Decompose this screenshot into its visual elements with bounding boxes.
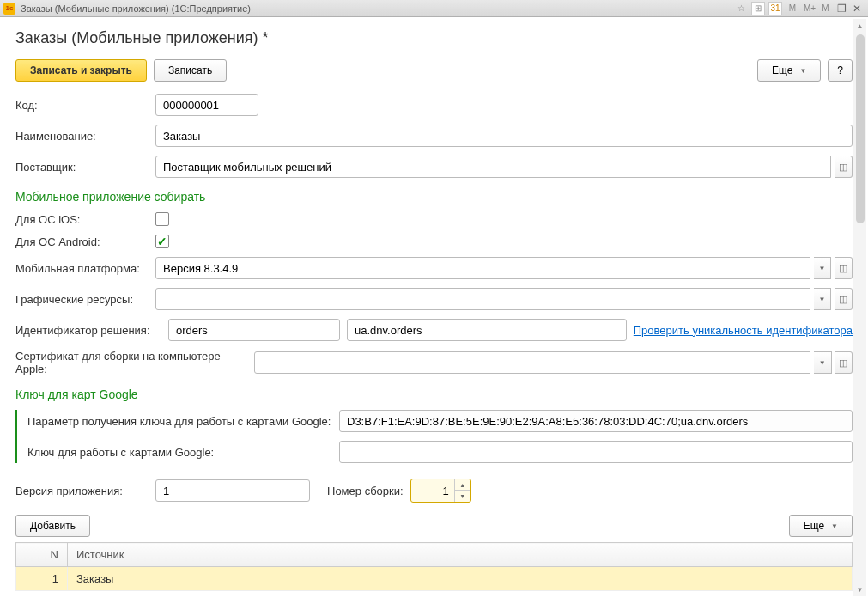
col-source[interactable]: Источник bbox=[68, 543, 853, 567]
google-key-label: Ключ для работы с картами Google: bbox=[27, 446, 332, 459]
platform-input[interactable] bbox=[155, 257, 810, 279]
calculator-icon[interactable]: ⊞ bbox=[751, 2, 765, 15]
scroll-down-icon[interactable]: ▼ bbox=[853, 583, 867, 596]
provider-label: Поставщик: bbox=[15, 161, 149, 174]
window-titlebar: 1c Заказы (Мобильные приложения) (1С:Пре… bbox=[0, 0, 868, 17]
graphics-open-icon[interactable] bbox=[835, 288, 853, 310]
app-version-input[interactable] bbox=[155, 479, 310, 502]
platform-label: Мобильная платформа: bbox=[15, 262, 149, 275]
graphics-input[interactable] bbox=[155, 288, 810, 310]
star-icon[interactable]: ☆ bbox=[734, 2, 748, 15]
id-short-input[interactable] bbox=[168, 319, 340, 341]
mem-mminus[interactable]: M- bbox=[820, 2, 834, 15]
cell-n: 1 bbox=[16, 567, 68, 591]
cert-open-icon[interactable] bbox=[835, 351, 853, 374]
ios-label: Для ОС iOS: bbox=[15, 213, 149, 226]
mem-mplus[interactable]: M+ bbox=[803, 2, 816, 15]
save-button[interactable]: Записать bbox=[154, 59, 227, 82]
name-input[interactable] bbox=[155, 125, 853, 147]
cell-source: Заказы bbox=[68, 567, 853, 591]
cert-label: Сертификат для сборки на компьютере Appl… bbox=[15, 350, 247, 375]
cert-dropdown-icon[interactable] bbox=[814, 351, 831, 374]
build-number-label: Номер сборки: bbox=[327, 485, 404, 497]
graphics-dropdown-icon[interactable] bbox=[814, 288, 832, 310]
code-input[interactable] bbox=[155, 94, 258, 116]
provider-open-icon[interactable] bbox=[835, 156, 853, 178]
id-label: Идентификатор решения: bbox=[15, 324, 161, 337]
app-logo: 1c bbox=[3, 3, 15, 15]
graphics-label: Графические ресурсы: bbox=[15, 293, 149, 306]
scroll-thumb[interactable] bbox=[856, 34, 865, 223]
platform-dropdown-icon[interactable] bbox=[814, 257, 832, 279]
mem-m[interactable]: M bbox=[786, 2, 799, 15]
google-key-input[interactable] bbox=[339, 441, 853, 463]
sources-table: N Источник 1 Заказы bbox=[15, 542, 853, 591]
provider-input[interactable] bbox=[155, 156, 831, 178]
more-button[interactable]: Еще bbox=[757, 59, 821, 82]
name-label: Наименование: bbox=[15, 130, 149, 143]
spinner-down-icon[interactable]: ▼ bbox=[455, 491, 470, 502]
save-close-button[interactable]: Записать и закрыть bbox=[15, 59, 147, 82]
scroll-up-icon[interactable]: ▲ bbox=[853, 19, 867, 33]
calendar-icon[interactable]: 31 bbox=[768, 2, 782, 15]
help-button[interactable]: ? bbox=[828, 59, 853, 82]
build-section-title: Мобильное приложение собирать bbox=[15, 190, 853, 204]
build-number-spinner[interactable]: ▲ ▼ bbox=[410, 479, 471, 503]
android-checkbox[interactable] bbox=[155, 235, 169, 248]
col-n[interactable]: N bbox=[16, 543, 68, 567]
platform-open-icon[interactable] bbox=[835, 257, 853, 279]
android-label: Для ОС Android: bbox=[15, 235, 149, 248]
id-full-input[interactable] bbox=[347, 319, 627, 341]
ios-checkbox[interactable] bbox=[155, 212, 169, 226]
table-row[interactable]: 1 Заказы bbox=[16, 567, 853, 591]
spinner-up-icon[interactable]: ▲ bbox=[455, 479, 470, 491]
main-toolbar: Записать и закрыть Записать Еще ? bbox=[15, 59, 853, 82]
table-more-button[interactable]: Еще bbox=[789, 515, 853, 537]
cert-input[interactable] bbox=[254, 351, 810, 374]
window-title: Заказы (Мобильные приложения) (1С:Предпр… bbox=[21, 3, 251, 14]
app-version-label: Версия приложения: bbox=[15, 485, 149, 497]
code-label: Код: bbox=[15, 99, 149, 112]
window-restore-icon[interactable]: ❐ bbox=[834, 1, 849, 16]
build-number-input[interactable] bbox=[411, 479, 454, 502]
check-id-link[interactable]: Проверить уникальность идентификатора bbox=[634, 324, 853, 337]
google-section-title: Ключ для карт Google bbox=[15, 387, 853, 401]
window-close-icon[interactable]: ✕ bbox=[849, 1, 865, 16]
google-param-label: Параметр получения ключа для работы с ка… bbox=[27, 415, 332, 428]
vertical-scrollbar[interactable]: ▲ ▼ bbox=[853, 19, 866, 596]
page-title: Заказы (Мобильные приложения) * bbox=[15, 29, 853, 47]
google-param-input[interactable] bbox=[339, 410, 853, 432]
add-button[interactable]: Добавить bbox=[15, 515, 90, 537]
